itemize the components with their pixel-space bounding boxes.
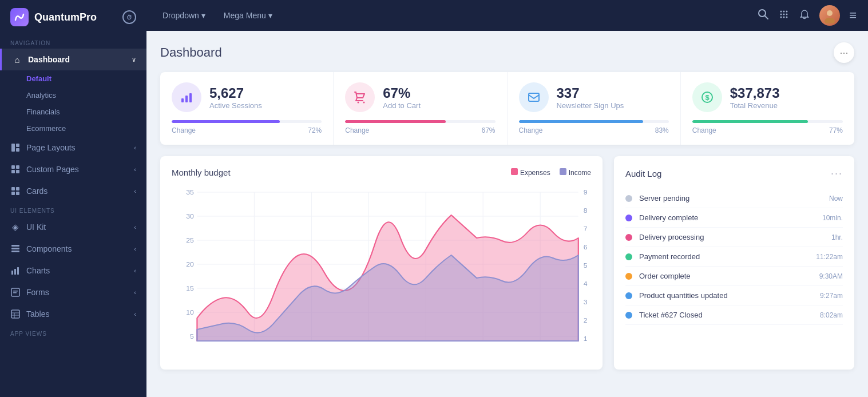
- page-title: Dashboard: [160, 45, 222, 60]
- mega-menu[interactable]: Mega Menu ▾: [219, 9, 277, 22]
- sidebar-item-financials[interactable]: Financials: [0, 104, 146, 120]
- income-legend-label: Income: [569, 169, 591, 177]
- stat-label-revenue: Total Revenue: [730, 101, 780, 110]
- stat-label-cart: Add to Cart: [383, 101, 421, 110]
- audit-dot-0: [625, 195, 632, 202]
- audit-text-5: Product quantities updated: [639, 291, 813, 300]
- sidebar-item-ecommerce[interactable]: Ecommerce: [0, 120, 146, 137]
- svg-text:5: 5: [584, 262, 588, 269]
- svg-rect-7: [11, 187, 15, 190]
- svg-rect-8: [16, 187, 19, 190]
- sidebar-item-analytics[interactable]: Analytics: [0, 87, 146, 104]
- stat-bar-bg-newsletter: [519, 120, 669, 123]
- audit-log-card: Audit Log ··· Server pending Now Deliver…: [614, 156, 854, 370]
- stat-change-label-cart: Change: [345, 126, 369, 134]
- custom-pages-icon: [10, 164, 21, 174]
- svg-rect-38: [185, 96, 188, 102]
- audit-time-3: 11:22am: [816, 253, 843, 261]
- sidebar-item-charts[interactable]: Charts ‹: [0, 260, 146, 281]
- stat-bar-fill-revenue: [692, 120, 808, 123]
- sidebar-item-custom-pages[interactable]: Custom Pages ‹: [0, 158, 146, 180]
- sidebar-item-cards[interactable]: Cards ‹: [0, 180, 146, 202]
- stat-value-newsletter: 337: [557, 85, 624, 101]
- audit-item-5: Product quantities updated 9:27am: [625, 286, 843, 305]
- audit-item-0: Server pending Now: [625, 189, 843, 208]
- svg-rect-37: [181, 98, 184, 102]
- sidebar-item-dashboard[interactable]: ⌂ Dashboard ∨: [0, 49, 146, 70]
- svg-rect-16: [17, 267, 19, 275]
- dropdown-menu[interactable]: Dropdown ▾: [158, 9, 210, 22]
- svg-text:15: 15: [186, 285, 194, 292]
- chevron-icon-8: ‹: [134, 311, 136, 317]
- clock-icon[interactable]: ⏱: [122, 10, 136, 24]
- sidebar-item-ui-kit[interactable]: ◈ UI Kit ‹: [0, 216, 146, 238]
- hamburger-icon[interactable]: ≡: [849, 8, 857, 23]
- chevron-icon-4: ‹: [134, 224, 136, 231]
- page-header: Dashboard ···: [160, 42, 854, 63]
- chevron-icon-2: ‹: [134, 166, 136, 173]
- svg-point-24: [759, 10, 766, 17]
- svg-point-34: [786, 16, 788, 18]
- audit-dot-6: [625, 312, 632, 319]
- svg-point-27: [783, 10, 785, 12]
- sidebar-label-ui-kit: UI Kit: [26, 223, 46, 232]
- expenses-legend-label: Expenses: [520, 169, 550, 177]
- chevron-icon-5: ‹: [134, 245, 136, 252]
- svg-text:4: 4: [584, 280, 588, 287]
- stat-add-to-cart: 67% Add to Cart Change 67%: [334, 72, 507, 145]
- app-name: QuantumPro: [34, 11, 97, 23]
- svg-rect-9: [11, 192, 15, 195]
- stat-change-pct-sessions: 72%: [308, 126, 322, 134]
- stat-value-cart: 67%: [383, 85, 421, 101]
- svg-rect-18: [13, 291, 18, 292]
- nav-section-label: NAVIGATION: [0, 34, 146, 49]
- sidebar-label-tables: Tables: [26, 309, 49, 319]
- search-icon[interactable]: [758, 9, 769, 23]
- page-menu-button[interactable]: ···: [834, 42, 854, 63]
- svg-rect-2: [16, 148, 19, 152]
- stat-change-label-sessions: Change: [172, 126, 196, 134]
- svg-text:25: 25: [186, 237, 194, 244]
- stat-icon-cart: [345, 82, 375, 112]
- grid-icon[interactable]: [778, 9, 790, 23]
- sidebar-item-default[interactable]: Default: [0, 70, 146, 87]
- audit-menu-button[interactable]: ···: [831, 168, 843, 180]
- charts-icon: [10, 265, 21, 276]
- svg-rect-10: [16, 192, 19, 195]
- audit-text-3: Payment recorded: [639, 252, 809, 261]
- bell-icon[interactable]: [799, 9, 810, 23]
- sidebar-item-page-layouts[interactable]: Page Layouts ‹: [0, 137, 146, 158]
- svg-rect-13: [11, 251, 19, 252]
- user-avatar[interactable]: [819, 5, 840, 26]
- monthly-budget-card: Monthly budget Expenses Income: [160, 156, 603, 370]
- svg-rect-5: [11, 170, 15, 173]
- chevron-icon: ‹: [134, 144, 136, 151]
- income-legend-dot: [560, 168, 566, 175]
- svg-text:$: $: [705, 93, 710, 102]
- audit-time-2: 1hr.: [831, 233, 843, 241]
- chevron-icon-7: ‹: [134, 289, 136, 296]
- topnav-right: ≡: [758, 5, 857, 26]
- sidebar-item-forms[interactable]: Forms ‹: [0, 281, 146, 303]
- sidebar-label-page-layouts: Page Layouts: [26, 143, 76, 152]
- components-icon: [10, 244, 21, 254]
- sidebar-item-tables[interactable]: Tables ‹: [0, 303, 146, 325]
- svg-point-28: [786, 10, 788, 12]
- audit-time-0: Now: [829, 194, 843, 203]
- svg-text:10: 10: [186, 309, 194, 316]
- sidebar-label-forms: Forms: [26, 288, 49, 297]
- stats-row: 5,627 Active Sessions Change 72%: [160, 72, 854, 145]
- svg-point-31: [786, 13, 788, 15]
- audit-item-6: Ticket #627 Closed 8:02am: [625, 305, 843, 325]
- chevron-down-icon: ▾: [201, 11, 205, 20]
- logo[interactable]: QuantumPro ⏱: [0, 0, 146, 34]
- logo-icon: [10, 8, 29, 26]
- stat-label-sessions: Active Sessions: [209, 101, 262, 110]
- sidebar-item-components[interactable]: Components ‹: [0, 238, 146, 260]
- svg-text:6: 6: [584, 244, 588, 251]
- stat-icon-revenue: $: [692, 82, 722, 112]
- svg-rect-0: [11, 144, 15, 152]
- svg-rect-20: [11, 310, 19, 318]
- stat-icon-newsletter: [519, 82, 549, 112]
- svg-text:1: 1: [584, 335, 588, 342]
